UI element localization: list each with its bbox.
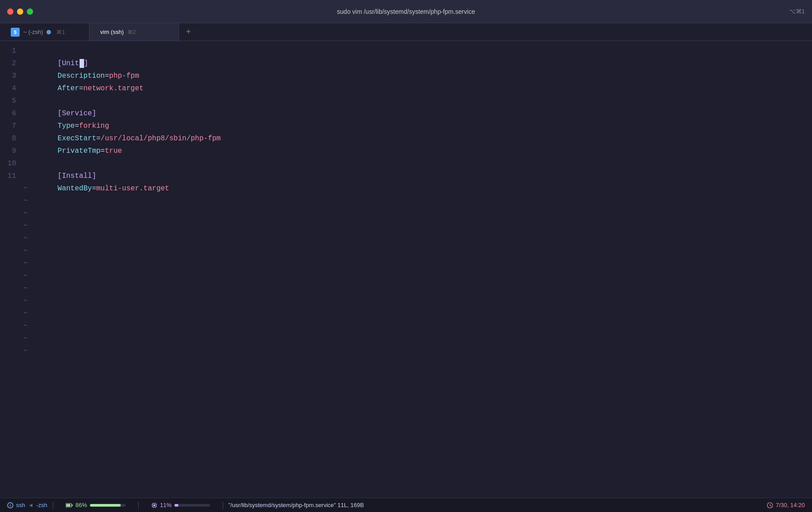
cpu-icon: [151, 502, 157, 508]
add-tab-button[interactable]: +: [179, 23, 198, 41]
tab2-label: vim (ssh): [100, 29, 124, 35]
line-number-6: 6: [7, 107, 23, 120]
svg-line-17: [770, 505, 771, 506]
svg-rect-4: [66, 504, 70, 507]
tilde-line-9: ~: [0, 282, 812, 295]
tab1-shortcut: ⌘1: [56, 29, 65, 35]
tilde-line-3: ~: [0, 207, 812, 220]
terminal-icon: $: [11, 28, 20, 37]
tabbar: $ ~ (-zsh) ⌘1 vim (ssh) ⌘2 +: [0, 23, 812, 41]
line-number-10: 10: [7, 157, 23, 170]
divider-3: [223, 502, 223, 509]
line-number-1: 1: [7, 45, 23, 57]
battery-bar-container: [90, 504, 126, 507]
line-content-4: [23, 82, 28, 95]
battery-bar: [90, 504, 121, 507]
tab-terminal[interactable]: $ ~ (-zsh) ⌘1: [0, 23, 89, 41]
tilde-line-7: ~: [0, 257, 812, 270]
line-number-11: 11: [7, 170, 23, 182]
tilde-line-14: ~: [0, 345, 812, 357]
vim-editor[interactable]: 1 [Unit] 2 Description=php-fpm 3 After=n…: [0, 41, 812, 498]
line-6: 6 Type=forking: [0, 107, 812, 120]
maximize-button[interactable]: [27, 8, 33, 15]
titlebar-shortcut: ⌥⌘1: [789, 8, 805, 15]
line-number-9: 9: [7, 145, 23, 157]
traffic-lights: [0, 8, 33, 15]
cpu-bar: [174, 504, 178, 507]
status-time: 7/30, 14:20: [767, 502, 805, 508]
tilde-line-12: ~: [0, 320, 812, 332]
cpu-bar-container: [174, 504, 210, 507]
statusbar: S ssh ◄ -zsh 86% 11: [0, 498, 812, 512]
line-1: 1 [Unit]: [0, 45, 812, 57]
line-3: 3 After=network.target: [0, 70, 812, 82]
line-number-4: 4: [7, 82, 23, 95]
divider-2: [138, 502, 139, 509]
window-title: sudo vim /usr/lib/systemd/system/php-fpm…: [337, 8, 475, 15]
battery-percent: 86%: [76, 502, 87, 508]
cpu-percent: 11%: [160, 502, 172, 508]
line-number-8: 8: [7, 132, 23, 145]
minimize-button[interactable]: [17, 8, 23, 15]
ssh-info: S ssh ◄ -zsh: [7, 502, 47, 508]
tilde-line-4: ~: [0, 220, 812, 232]
line-number-7: 7: [7, 120, 23, 132]
tilde-line-13: ~: [0, 332, 812, 345]
svg-text:S: S: [9, 504, 11, 508]
tilde-line-10: ~: [0, 295, 812, 307]
line-content-9: [23, 145, 28, 157]
cpu-info: 11%: [151, 502, 210, 508]
clock-icon: [767, 502, 773, 508]
line-2: 2 Description=php-fpm: [0, 57, 812, 70]
line-number-5: 5: [7, 95, 23, 107]
ssh-shell: -zsh: [36, 502, 47, 508]
svg-rect-3: [72, 504, 72, 506]
line-11: 11 WantedBy=multi-user.target: [0, 170, 812, 182]
close-button[interactable]: [7, 8, 13, 15]
tilde-line-6: ~: [0, 245, 812, 257]
editor-area: 1 [Unit] 2 Description=php-fpm 3 After=n…: [0, 41, 812, 498]
divider-1: [53, 502, 53, 509]
titlebar: sudo vim /usr/lib/systemd/system/php-fpm…: [0, 0, 812, 23]
line-number-2: 2: [7, 57, 23, 70]
line-8: 8 PrivateTmp=true: [0, 132, 812, 145]
tab1-dot: [47, 30, 51, 34]
svg-rect-6: [153, 504, 155, 506]
datetime: 7/30, 14:20: [776, 502, 805, 508]
tilde-line-11: ~: [0, 307, 812, 320]
tab2-shortcut: ⌘2: [127, 29, 136, 35]
ssh-label: ssh: [16, 502, 25, 508]
battery-info: 86%: [66, 502, 126, 508]
line-number-3: 3: [7, 70, 23, 82]
status-filename: "/usr/lib/systemd/system/php-fpm.service…: [228, 502, 760, 508]
tilde-line-8: ~: [0, 270, 812, 282]
tab1-label: ~ (-zsh): [23, 29, 43, 35]
line-7: 7 ExecStart=/usr/local/php8/sbin/php-fpm: [0, 120, 812, 132]
battery-icon: [66, 503, 73, 508]
tilde-line-5: ~: [0, 232, 812, 245]
line-content-11: WantedBy=multi-user.target: [23, 170, 169, 207]
ssh-icon: S: [7, 502, 13, 508]
tab-vim-ssh[interactable]: vim (ssh) ⌘2: [89, 23, 179, 41]
